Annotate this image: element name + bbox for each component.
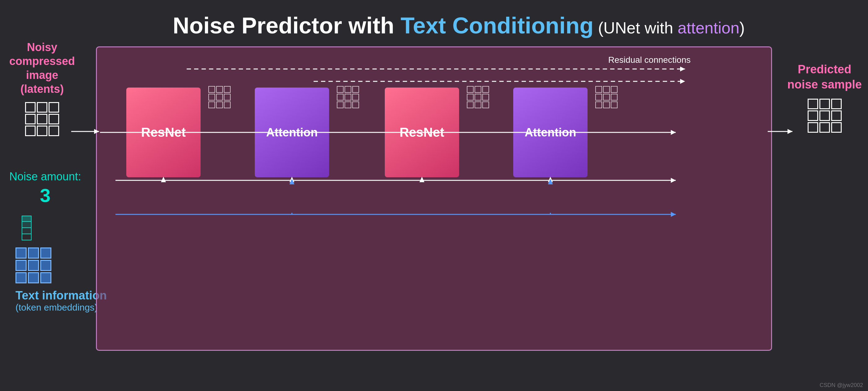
watermark: CSDN @jyw2002: [820, 382, 863, 389]
svg-marker-3: [680, 79, 685, 84]
svg-marker-1: [680, 66, 685, 71]
title-prefix: Noise Predictor with: [173, 13, 401, 38]
title-purple: attention: [678, 19, 740, 37]
attention-block-1: Attention: [255, 88, 329, 177]
attention-2-label: Attention: [525, 126, 577, 139]
svg-marker-14: [289, 176, 294, 182]
svg-marker-16: [420, 176, 425, 182]
noisy-grid-icon: [25, 102, 59, 136]
title-end: ): [740, 19, 745, 37]
predicted-grid-icon: [808, 99, 842, 133]
noise-number: 3: [9, 184, 81, 206]
right-predicted-section: Predictednoise sample: [787, 62, 862, 133]
residual-label: Residual connections: [608, 55, 691, 65]
title-area: Noise Predictor with Text Conditioning (…: [0, 12, 868, 39]
noise-amount-section: Noise amount: 3: [9, 170, 81, 240]
page-root: Noise Predictor with Text Conditioning (…: [0, 0, 868, 391]
noisy-label: Noisycompressedimage(latents): [9, 40, 75, 96]
text-info-grid-icon: [16, 248, 107, 283]
resnet-2-label: ResNet: [400, 125, 444, 140]
text-info-sub: (token embeddings): [16, 302, 107, 313]
resnet-block-2: ResNet: [385, 88, 459, 177]
title-suffix: (UNet with: [594, 19, 678, 37]
svg-marker-9: [671, 212, 676, 217]
svg-marker-18: [548, 176, 553, 182]
attention-block-2: Attention: [513, 88, 588, 177]
svg-marker-20: [289, 179, 294, 184]
predicted-label: Predictednoise sample: [787, 62, 862, 93]
svg-marker-22: [548, 179, 553, 184]
title-blue: Text Conditioning: [401, 13, 593, 38]
unet-box: Residual connections ResNet Attention: [96, 46, 772, 351]
small-grid-4: [595, 86, 618, 108]
svg-marker-12: [161, 176, 166, 182]
attention-1-label: Attention: [266, 126, 318, 139]
svg-marker-5: [671, 130, 676, 135]
resnet-block-1: ResNet: [126, 88, 200, 177]
noise-bar-icon: [22, 216, 81, 240]
small-grid-3: [467, 86, 489, 108]
noise-amount-label: Noise amount:: [9, 170, 81, 183]
small-grid-2: [337, 86, 359, 108]
resnet-1-label: ResNet: [141, 125, 186, 140]
text-info-section: Text information (token embeddings): [16, 248, 107, 313]
small-grid-1: [208, 86, 230, 108]
text-info-label: Text information: [16, 289, 107, 302]
svg-marker-7: [671, 178, 676, 183]
left-noisy-section: Noisycompressedimage(latents): [9, 40, 75, 136]
